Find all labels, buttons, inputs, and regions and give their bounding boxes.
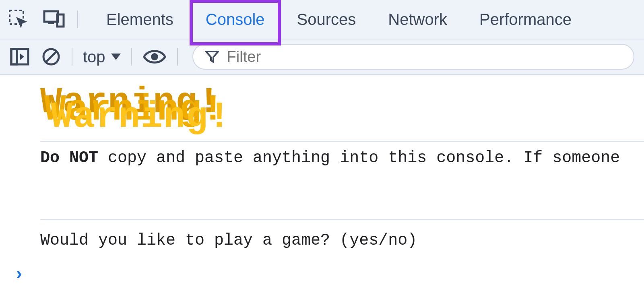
console-sidebar-toggle-icon[interactable] (10, 47, 30, 67)
filter-input[interactable] (227, 48, 621, 66)
execution-context-label: top (83, 48, 105, 66)
do-not-bold: Do NOT (40, 149, 98, 167)
devtools-tabbar: Elements Console Sources Network Perform… (0, 0, 644, 39)
svg-point-8 (151, 53, 158, 60)
tab-elements-label: Elements (106, 10, 173, 29)
tab-network-label: Network (388, 10, 447, 29)
execution-context-selector[interactable]: top (83, 48, 121, 66)
svg-rect-3 (57, 14, 64, 27)
chevron-down-icon (111, 54, 121, 60)
tabbar-divider (77, 10, 78, 28)
tabbar-left-tools (8, 9, 65, 30)
tab-network[interactable]: Network (372, 0, 463, 39)
filter-field[interactable] (192, 44, 634, 70)
game-prompt-text: Would you like to play a game? (yes/no) (40, 231, 417, 250)
console-output: Warning! Warning! Warning! Do NOT copy a… (0, 82, 644, 283)
filter-icon (205, 50, 219, 64)
tab-performance[interactable]: Performance (463, 0, 588, 39)
toolbar-separator-3 (177, 48, 178, 66)
tab-console[interactable]: Console (190, 0, 281, 39)
toolbar-separator-1 (72, 48, 72, 66)
tab-elements[interactable]: Elements (90, 0, 190, 39)
console-toolbar: top (0, 39, 644, 75)
console-log-do-not: Do NOT copy and paste anything into this… (0, 142, 644, 219)
prompt-caret-icon: › (16, 263, 22, 283)
svg-rect-4 (11, 49, 28, 64)
tabbar-tabs: Elements Console Sources Network Perform… (90, 0, 588, 39)
tab-sources-label: Sources (297, 10, 356, 29)
inspect-element-icon[interactable] (8, 9, 29, 30)
tab-sources[interactable]: Sources (281, 0, 372, 39)
tab-console-label: Console (206, 10, 265, 29)
console-input-row[interactable]: › (0, 260, 644, 283)
console-log-game-prompt: Would you like to play a game? (yes/no) (0, 220, 644, 260)
tab-performance-label: Performance (479, 10, 572, 29)
clear-console-icon[interactable] (41, 47, 61, 67)
do-not-rest: copy and paste anything into this consol… (98, 149, 620, 167)
console-warning-heading: Warning! Warning! Warning! (0, 82, 644, 138)
live-expression-icon[interactable] (142, 47, 167, 67)
warning-layer-3: Warning! (51, 97, 231, 138)
toolbar-separator-2 (131, 48, 132, 66)
svg-rect-5 (11, 49, 17, 64)
device-toggle-icon[interactable] (43, 9, 65, 30)
svg-line-7 (46, 52, 56, 62)
svg-rect-1 (44, 11, 58, 22)
svg-rect-2 (48, 22, 54, 24)
